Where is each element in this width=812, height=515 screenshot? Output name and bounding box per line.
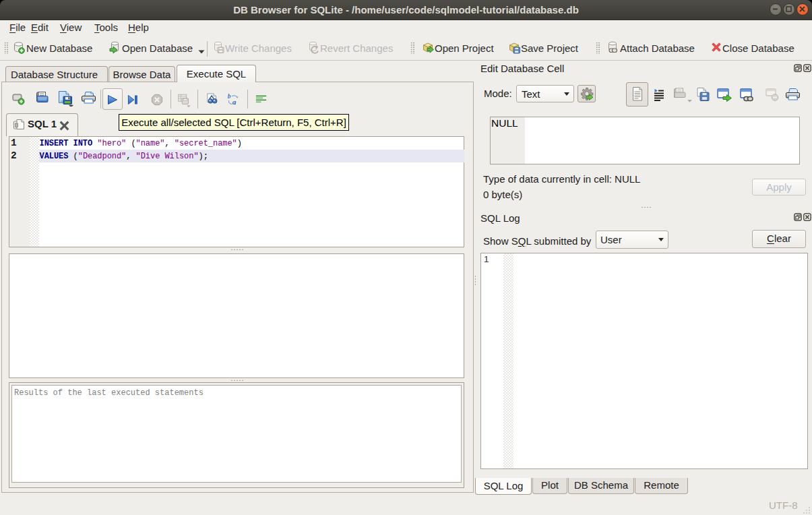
svg-text:b: b bbox=[228, 93, 231, 100]
svg-text:a: a bbox=[232, 98, 237, 106]
